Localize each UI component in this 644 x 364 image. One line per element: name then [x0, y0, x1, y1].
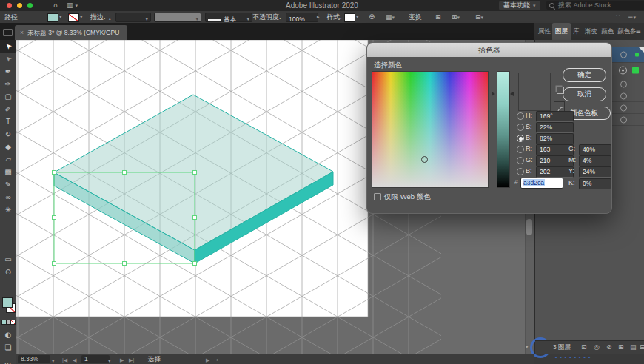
new-sublayer-icon[interactable]: ⊞	[618, 341, 624, 354]
symbol-sprayer-tool[interactable]: ✳	[0, 203, 16, 216]
status-expand-icon[interactable]: ▶	[206, 355, 209, 364]
bounding-box-icon[interactable]: ⊞	[435, 11, 441, 23]
blue-radio[interactable]	[517, 168, 524, 175]
status-collapse-icon[interactable]: ‹	[216, 355, 218, 364]
red-radio[interactable]	[517, 146, 524, 153]
hue-radio[interactable]	[517, 112, 524, 120]
scroll-down-icon[interactable]: ▾	[526, 344, 529, 350]
zoom-chevron-icon[interactable]: ▾	[52, 356, 55, 364]
control-menu-icon[interactable]: ≡▾	[628, 11, 636, 24]
magenta-input[interactable]: 4%	[579, 155, 611, 166]
new-layer-icon[interactable]: ▤	[630, 341, 637, 354]
locate-object-icon[interactable]: ◎	[594, 341, 600, 354]
blend-tool[interactable]: ∞	[0, 191, 16, 203]
dialog-title[interactable]: 拾色器	[367, 43, 611, 57]
green-radio[interactable]	[517, 157, 524, 164]
last-artboard-icon[interactable]: ▶|	[129, 355, 134, 364]
saturation-radio[interactable]	[517, 124, 524, 131]
tab-overflow-icon[interactable]	[3, 29, 13, 36]
screen-mode-icon[interactable]: ❏	[0, 341, 16, 354]
zoom-level[interactable]: 8.33%	[18, 355, 50, 363]
curvature-tool[interactable]: ✑	[0, 78, 16, 90]
ok-button[interactable]: 确定	[563, 68, 606, 82]
slider-arrow-left-icon[interactable]	[492, 92, 495, 96]
grid-options-icon[interactable]: ▦▾	[386, 11, 395, 24]
artboard-number[interactable]: 1	[81, 355, 110, 363]
stroke-chevron-icon[interactable]: ▾	[80, 11, 83, 23]
none-mode-icon[interactable]	[10, 320, 16, 325]
workspace-switcher[interactable]: 基本功能▾	[499, 1, 540, 10]
vertical-scrollbar-thumb[interactable]	[526, 219, 532, 235]
brightness-slider[interactable]	[497, 71, 510, 188]
brush-definition-dropdown[interactable]: ▾	[154, 13, 201, 22]
panel-menu-icon[interactable]: ≡	[635, 27, 641, 35]
saturation-input[interactable]: 22%	[536, 122, 574, 133]
artboard-chevron-icon[interactable]: ▾	[108, 356, 111, 364]
rectangle-tool[interactable]: ▢	[0, 90, 16, 103]
color-field-marker[interactable]	[421, 156, 428, 163]
layer-target-icon[interactable]	[619, 67, 627, 75]
selection-tool[interactable]: ➤	[0, 40, 16, 53]
close-tab-icon[interactable]: ×	[20, 29, 24, 36]
tab-libraries[interactable]: 库	[573, 27, 580, 36]
black-input[interactable]: 0%	[579, 178, 611, 189]
layer-selection-indicator[interactable]	[632, 67, 639, 74]
opacity-expand-icon[interactable]: ▸	[317, 11, 320, 23]
fill-chevron-icon[interactable]: ▾	[59, 11, 62, 23]
artboard-tool[interactable]: ▭	[0, 253, 16, 266]
layer-target-icon[interactable]	[620, 92, 627, 99]
edit-toolbar-icon[interactable]: …	[0, 355, 16, 364]
delete-layer-icon[interactable]: ⊟	[640, 341, 644, 354]
stroke-weight-dropdown[interactable]: ▾	[115, 13, 151, 22]
cancel-button[interactable]: 取消	[563, 87, 606, 101]
document-setup-icon[interactable]: ⊕	[369, 11, 375, 23]
distribute-objects-icon[interactable]: ⊟▾	[475, 11, 483, 24]
hex-input[interactable]: a3d2ca	[520, 178, 563, 189]
cyan-input[interactable]: 40%	[579, 144, 611, 155]
zoom-tool[interactable]: ⊙	[0, 266, 16, 278]
slider-arrow-right-icon[interactable]	[510, 92, 514, 96]
rotate-tool[interactable]: ↻	[0, 128, 16, 141]
fill-color-swatch[interactable]	[47, 13, 58, 22]
collect-for-export-icon[interactable]: ⊡	[581, 341, 587, 354]
tab-color-guide[interactable]: 颜色参	[617, 27, 637, 36]
tab-properties[interactable]: 属性	[538, 27, 551, 36]
next-artboard-icon[interactable]: ▶	[120, 355, 124, 364]
web-only-checkbox[interactable]	[374, 193, 381, 200]
brightness-input[interactable]: 82%	[536, 133, 574, 144]
opacity-value[interactable]: 100%	[286, 13, 318, 22]
tab-gradient[interactable]: 渐变	[585, 27, 597, 36]
fill-color-indicator[interactable]	[2, 297, 13, 308]
prev-artboard-icon[interactable]: ◀	[73, 355, 76, 364]
layer-target-icon[interactable]	[620, 104, 627, 111]
tab-color[interactable]: 颜色	[601, 27, 614, 36]
stroke-color-swatch[interactable]	[68, 13, 79, 22]
first-artboard-icon[interactable]: |◀	[62, 355, 67, 364]
gradient-tool[interactable]: ▩	[0, 166, 16, 178]
layer-target-icon[interactable]	[620, 116, 627, 123]
graphic-style-swatch[interactable]	[344, 13, 355, 22]
hue-input[interactable]: 169°	[536, 111, 574, 122]
layer-target-icon[interactable]	[620, 81, 627, 87]
type-tool[interactable]: T	[0, 115, 16, 128]
yellow-input[interactable]: 24%	[579, 166, 611, 178]
paintbrush-tool[interactable]: ✐	[0, 103, 16, 115]
document-tab[interactable]: ×未标题-3* @ 8.33% (CMYK/GPU 预览)	[15, 25, 127, 40]
make-mask-icon[interactable]: ⊘	[606, 341, 612, 354]
color-field[interactable]	[372, 71, 489, 188]
stock-search-input[interactable]: 搜索 Adobe Stock	[546, 1, 644, 10]
pen-tool[interactable]: ✒	[0, 65, 16, 78]
brightness-radio[interactable]	[517, 135, 524, 142]
transform-label[interactable]: 变换	[409, 11, 422, 23]
style-chevron-icon[interactable]: ▾	[356, 11, 359, 23]
stroke-style-dropdown[interactable]: 基本▾	[205, 13, 252, 22]
layer-selection-indicator[interactable]	[635, 53, 639, 57]
layer-target-icon[interactable]	[620, 52, 627, 58]
eyedropper-tool[interactable]: ✎	[0, 178, 16, 191]
direct-selection-tool[interactable]: ➤	[0, 53, 16, 65]
scale-tool[interactable]: ▱	[0, 153, 16, 166]
align-objects-icon[interactable]: ⊠▾	[452, 11, 460, 24]
arrange-docs-icon[interactable]: ∷	[616, 11, 620, 23]
eraser-tool[interactable]: ◆	[0, 141, 16, 153]
draw-mode-icon[interactable]: ◐	[0, 328, 16, 341]
